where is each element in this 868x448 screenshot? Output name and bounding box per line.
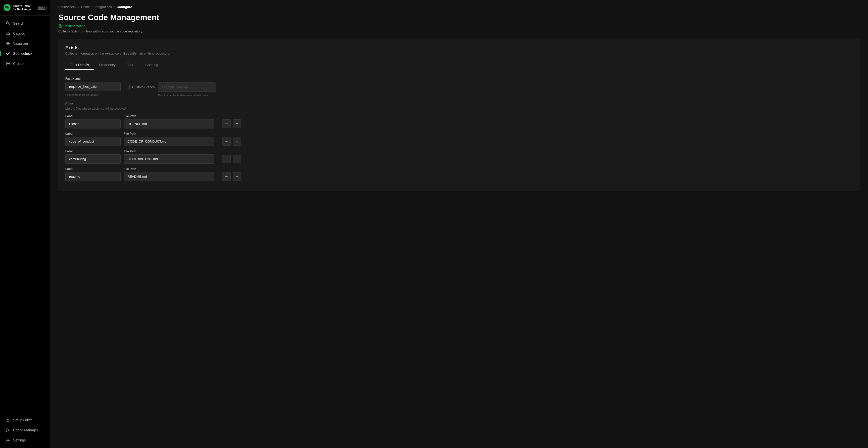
file-actions-2: − + — [222, 155, 241, 163]
remove-file-button-3[interactable]: − — [222, 172, 231, 181]
breadcrumb-soundcheck[interactable]: Soundcheck — [58, 5, 76, 9]
fact-name-group: Fact Name Fact name must be unique — [65, 77, 121, 96]
fact-name-input[interactable] — [65, 82, 121, 91]
breadcrumb-sep-3: / — [114, 5, 115, 9]
path-col-header: File Path — [124, 167, 219, 171]
file-path-input-1[interactable] — [124, 137, 214, 146]
breadcrumb-sep-1: / — [79, 5, 79, 9]
page-header: Source Code Management Documentation Col… — [50, 11, 868, 39]
file-path-input-0[interactable] — [124, 119, 214, 128]
path-group-2: File Path — [124, 150, 219, 164]
path-col-header: File Path — [124, 114, 219, 118]
sidebar-item-settings[interactable]: Settings — [1, 436, 49, 445]
breadcrumb-home[interactable]: Home — [81, 5, 90, 9]
label-col-header: Label — [65, 114, 121, 118]
svg-marker-8 — [6, 419, 9, 422]
svg-point-0 — [3, 4, 10, 11]
custom-branch-input-group: If omitted collects data from default br… — [158, 83, 216, 97]
path-group-3: File Path — [124, 167, 219, 181]
svg-point-4 — [7, 43, 8, 44]
file-row: Label File Path − + — [65, 150, 853, 164]
custom-branch-checkbox[interactable] — [126, 85, 130, 89]
tab-frequency[interactable]: Frequency — [94, 60, 121, 70]
add-file-button-3[interactable]: + — [233, 172, 241, 181]
sidebar-item-label: Create... — [13, 62, 27, 66]
breadcrumb-configure[interactable]: Configure — [117, 5, 132, 9]
file-label-input-1[interactable] — [65, 137, 121, 146]
section-subtitle: Collects information on the existence of… — [65, 52, 853, 55]
file-row: Label File Path − + — [65, 114, 853, 128]
file-label-input-3[interactable] — [65, 172, 121, 181]
gear-icon — [5, 438, 10, 443]
wrench-icon — [5, 428, 10, 432]
sidebar-item-label: Setup Guide — [13, 418, 33, 422]
eye-icon — [5, 41, 10, 46]
sidebar-item-label: Config Manager — [13, 428, 38, 432]
custom-branch-checkbox-row: Custom Branch: — [126, 85, 156, 89]
label-group-3: Label — [65, 167, 121, 181]
label-group-2: Label — [65, 150, 121, 164]
remove-file-button-1[interactable]: − — [222, 137, 231, 146]
label-col-header: Label — [65, 132, 121, 136]
sidebar-item-setup-guide[interactable]: Setup Guide — [1, 415, 49, 425]
docs-link[interactable]: Documentation — [58, 24, 860, 28]
file-row: Label File Path − + — [65, 167, 853, 181]
page-title: Source Code Management — [58, 13, 860, 22]
label-group-0: Label — [65, 114, 121, 128]
sidebar-item-label: Catalog — [13, 31, 25, 35]
add-file-button-0[interactable]: + — [233, 119, 241, 128]
file-actions-1: − + — [222, 137, 241, 146]
section-title: Exists — [65, 45, 853, 51]
add-file-button-1[interactable]: + — [233, 137, 241, 146]
sidebar-item-soundcheck[interactable]: Soundcheck — [1, 49, 49, 58]
home-icon — [5, 31, 10, 36]
breadcrumb-integrations[interactable]: Integrations — [95, 5, 112, 9]
sidebar-item-config-manager[interactable]: Config Manager — [1, 425, 49, 435]
sidebar-item-label: Settings — [13, 438, 26, 442]
file-label-input-2[interactable] — [65, 154, 121, 164]
file-label-input-0[interactable] — [65, 119, 121, 128]
logo-text: Spotify Portal for Backstage — [12, 4, 33, 11]
custom-branch-row: Custom Branch: If omitted collects data … — [126, 83, 216, 97]
path-col-header: File Path — [124, 150, 219, 153]
docs-label[interactable]: Documentation — [63, 24, 85, 28]
add-file-button-2[interactable]: + — [233, 155, 241, 163]
file-actions-3: − + — [222, 172, 241, 181]
app-logo: Spotify Portal for Backstage BETA — [0, 0, 50, 16]
beta-badge: BETA — [37, 6, 46, 9]
file-path-input-3[interactable] — [124, 172, 214, 181]
remove-file-button-2[interactable]: − — [222, 155, 231, 163]
sidebar-item-visualizer[interactable]: Visualizer — [1, 39, 49, 48]
sidebar-item-create[interactable]: Create... — [1, 59, 49, 68]
sidebar-item-label: Visualizer — [13, 41, 28, 46]
fact-name-row: Fact Name Fact name must be unique Custo… — [65, 77, 853, 97]
docs-icon — [58, 24, 62, 28]
files-subtitle: List the files whose existence will be c… — [65, 107, 853, 110]
custom-branch-hint: If omitted collects data from default br… — [158, 94, 216, 97]
fact-name-hint: Fact name must be unique — [65, 93, 121, 96]
plus-circle-icon — [5, 61, 10, 66]
main-content: Soundcheck / Home / Integrations / Confi… — [50, 0, 868, 448]
star-icon — [5, 418, 10, 422]
files-section: Files List the files whose existence wil… — [65, 102, 853, 181]
custom-branch-label[interactable]: Custom Branch: — [132, 85, 156, 89]
sidebar-bottom: Setup Guide Config Manager Settings — [0, 412, 50, 448]
files-title: Files — [65, 102, 853, 106]
sidebar-nav: Search Catalog Visualizer Soundcheck Cre… — [0, 16, 50, 412]
custom-branch-input[interactable] — [158, 83, 216, 92]
svg-point-9 — [7, 440, 8, 441]
tab-fact-details[interactable]: Fact Details — [65, 60, 94, 70]
search-icon — [5, 21, 10, 26]
tab-caching[interactable]: Caching — [140, 60, 163, 70]
sidebar-item-label: Soundcheck — [13, 52, 32, 56]
file-actions-0: − + — [222, 119, 241, 128]
tab-filters[interactable]: Filters — [121, 60, 140, 70]
content-card: Exists Collects information on the exist… — [58, 39, 860, 191]
remove-file-button-0[interactable]: − — [222, 119, 231, 128]
file-path-input-2[interactable] — [124, 154, 214, 164]
sidebar-item-search[interactable]: Search — [1, 19, 49, 28]
svg-point-3 — [6, 42, 9, 44]
sidebar: Spotify Portal for Backstage BETA Search… — [0, 0, 50, 448]
sidebar-item-catalog[interactable]: Catalog — [1, 29, 49, 38]
breadcrumb: Soundcheck / Home / Integrations / Confi… — [50, 0, 868, 11]
